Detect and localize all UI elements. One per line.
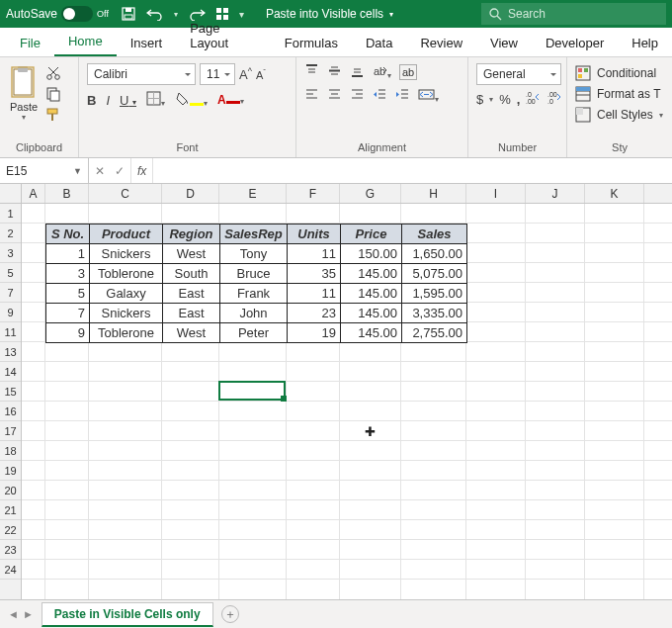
table-cell[interactable]: 1,595.00 [402, 284, 467, 304]
row-header-18[interactable]: 18 [0, 441, 21, 461]
table-header[interactable]: Sales [402, 224, 467, 244]
bold-button[interactable]: B [87, 93, 96, 108]
row-header-13[interactable]: 13 [0, 342, 21, 362]
italic-button[interactable]: I [106, 93, 110, 108]
row-header-15[interactable]: 15 [0, 382, 21, 402]
row-header-2[interactable]: 2 [0, 224, 21, 243]
tab-help[interactable]: Help [618, 30, 672, 56]
table-cell[interactable]: 5,075.00 [402, 264, 467, 284]
table-cell[interactable]: 2,755.00 [402, 323, 467, 343]
merge-icon[interactable]: ▾ [418, 87, 439, 105]
row-header-21[interactable]: 21 [0, 500, 21, 520]
column-header-I[interactable]: I [466, 184, 526, 203]
tab-insert[interactable]: Insert [117, 30, 177, 56]
row-header-22[interactable]: 22 [0, 520, 21, 540]
tab-review[interactable]: Review [406, 30, 476, 56]
column-header-G[interactable]: G [340, 184, 401, 203]
font-color-icon[interactable]: A▾ [217, 93, 244, 107]
row-header-19[interactable]: 19 [0, 461, 21, 481]
table-header[interactable]: SalesRep [220, 224, 288, 244]
row-header-16[interactable]: 16 [0, 402, 21, 421]
table-cell[interactable]: East [163, 284, 220, 304]
font-name-select[interactable]: Calibri [87, 63, 196, 85]
number-format-select[interactable]: General [476, 63, 561, 85]
table-cell[interactable]: 7 [46, 304, 90, 323]
row-header-24[interactable]: 24 [0, 560, 21, 580]
table-header[interactable]: S No. [46, 224, 90, 244]
wrap-text-icon[interactable]: ab [399, 64, 417, 80]
table-cell[interactable]: 19 [288, 323, 341, 343]
table-header[interactable]: Region [163, 224, 220, 244]
row-header-3[interactable]: 3 [0, 243, 21, 263]
tab-home[interactable]: Home [54, 28, 117, 56]
tab-page-layout[interactable]: Page Layout [176, 15, 271, 56]
table-cell[interactable]: Bruce [220, 264, 288, 284]
table-cell[interactable]: East [163, 304, 220, 323]
table-header[interactable]: Units [288, 224, 341, 244]
column-header-J[interactable]: J [526, 184, 585, 203]
percent-icon[interactable]: % [499, 92, 511, 107]
table-header[interactable]: Product [90, 224, 163, 244]
enter-formula-icon[interactable]: ✓ [115, 164, 125, 178]
table-cell[interactable]: West [163, 323, 220, 343]
underline-button[interactable]: U ▾ [120, 93, 136, 108]
row-header-9[interactable]: 9 [0, 303, 21, 322]
table-cell[interactable]: 3,335.00 [402, 304, 467, 323]
cell-styles-button[interactable]: Cell Styles▾ [575, 105, 663, 125]
search-input[interactable] [508, 7, 646, 21]
row-header-1[interactable]: 1 [0, 204, 21, 224]
add-sheet-button[interactable]: ＋ [221, 605, 239, 623]
column-header-K[interactable]: K [585, 184, 644, 203]
row-header-11[interactable]: 11 [0, 322, 21, 342]
align-right-icon[interactable] [350, 87, 365, 105]
table-cell[interactable]: 1,650.00 [402, 244, 467, 264]
borders-icon[interactable]: ▾ [146, 91, 165, 109]
row-header-20[interactable]: 20 [0, 481, 21, 500]
table-cell[interactable]: Toblerone [90, 264, 163, 284]
name-box[interactable]: E15 ▼ [0, 158, 89, 183]
table-cell[interactable]: John [220, 304, 288, 323]
tab-view[interactable]: View [476, 30, 532, 56]
align-top-icon[interactable] [304, 63, 319, 81]
tab-data[interactable]: Data [352, 30, 406, 56]
table-cell[interactable]: 145.00 [341, 323, 402, 343]
row-header-17[interactable]: 17 [0, 421, 21, 441]
search-bar[interactable] [481, 3, 666, 25]
tab-formulas[interactable]: Formulas [271, 30, 352, 56]
table-cell[interactable]: 150.00 [341, 244, 402, 264]
shrink-font-icon[interactable]: Aˇ [256, 67, 266, 81]
table-cell[interactable]: Snickers [90, 304, 163, 323]
font-size-select[interactable]: 11 [200, 63, 235, 85]
table-cell[interactable]: 11 [288, 244, 341, 264]
row-header-5[interactable]: 5 [0, 263, 21, 283]
table-cell[interactable]: Peter [220, 323, 288, 343]
row-header-7[interactable]: 7 [0, 283, 21, 303]
table-cell[interactable]: 1 [46, 244, 90, 264]
formula-input[interactable] [153, 158, 672, 183]
grid-area[interactable]: S No.ProductRegionSalesRepUnitsPriceSale… [22, 204, 672, 599]
align-bottom-icon[interactable] [350, 63, 365, 81]
tab-file[interactable]: File [6, 30, 54, 56]
row-headers[interactable]: 12357911131415161718192021222324 [0, 204, 22, 599]
sheet-nav-prev-icon[interactable]: ◄ [8, 608, 19, 620]
format-as-table-button[interactable]: Format as T [575, 84, 660, 104]
save-icon[interactable] [121, 6, 136, 22]
table-cell[interactable]: 23 [288, 304, 341, 323]
increase-indent-icon[interactable] [395, 87, 410, 105]
table-cell[interactable]: Galaxy [90, 284, 163, 304]
sheet-nav-next-icon[interactable]: ► [23, 608, 34, 620]
tab-developer[interactable]: Developer [532, 30, 618, 56]
row-header-23[interactable]: 23 [0, 540, 21, 560]
column-header-D[interactable]: D [162, 184, 219, 203]
copy-icon[interactable] [45, 86, 61, 105]
column-header-A[interactable]: A [22, 184, 45, 203]
decrease-indent-icon[interactable] [373, 87, 387, 105]
fill-color-icon[interactable]: ▾ [175, 91, 208, 109]
name-box-dropdown-icon[interactable]: ▼ [73, 166, 82, 176]
align-left-icon[interactable] [304, 87, 319, 105]
table-cell[interactable]: 35 [288, 264, 341, 284]
title-dropdown-icon[interactable]: ▾ [389, 10, 393, 19]
align-center-icon[interactable] [327, 87, 342, 105]
table-cell[interactable]: West [163, 244, 220, 264]
table-cell[interactable]: 145.00 [341, 284, 402, 304]
